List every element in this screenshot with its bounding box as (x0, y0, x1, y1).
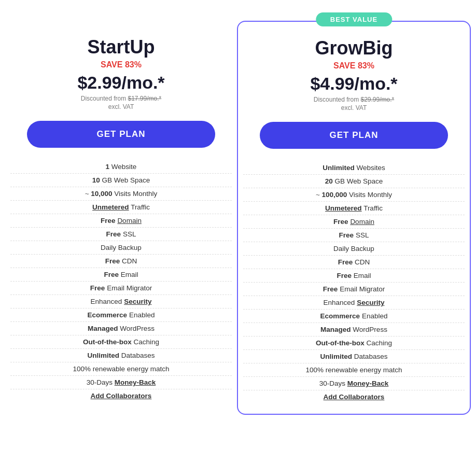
plans-container: StartUp SAVE 83% $2.99/mo.* Discounted f… (5, 10, 471, 415)
startup-price: $2.99/mo.* (77, 73, 164, 93)
startup-plan-card: StartUp SAVE 83% $2.99/mo.* Discounted f… (5, 26, 237, 415)
growbig-plan-name: GrowBig (315, 37, 393, 59)
list-item: Managed WordPress (10, 322, 232, 335)
list-item: Enhanced Security (243, 296, 465, 310)
startup-get-plan-button[interactable]: GET PLAN (27, 121, 215, 148)
list-item: Free Email (243, 269, 465, 283)
growbig-price: $4.99/mo.* (310, 74, 397, 94)
list-item: Out-of-the-box Caching (10, 335, 232, 349)
startup-original-price: $17.99/mo.* (128, 95, 162, 102)
list-item: Unlimited Websites (243, 161, 465, 175)
list-item: Unlimited Databases (243, 350, 465, 363)
startup-features-list: 1 Website 10 GB Web Space ~ 10,000 Visit… (10, 160, 232, 402)
list-item: Add Collaborators (10, 389, 232, 402)
growbig-save-badge: SAVE 83% (333, 61, 374, 71)
list-item: Free SSL (10, 228, 232, 241)
list-item: Free CDN (10, 255, 232, 268)
startup-plan-name: StartUp (87, 36, 155, 58)
best-value-badge: BEST VALUE (316, 12, 392, 26)
growbig-get-plan-button[interactable]: GET PLAN (260, 122, 448, 149)
list-item: Add Collaborators (243, 390, 465, 403)
list-item: 100% renewable energy match (10, 362, 232, 376)
list-item: Unmetered Traffic (10, 201, 232, 214)
list-item: Enhanced Security (10, 295, 232, 308)
list-item: Daily Backup (243, 242, 465, 256)
list-item: Daily Backup (10, 241, 232, 255)
list-item: Ecommerce Enabled (10, 308, 232, 322)
list-item: 20 GB Web Space (243, 175, 465, 188)
list-item: Unmetered Traffic (243, 202, 465, 215)
list-item: 30-Days Money-Back (10, 376, 232, 389)
list-item: ~ 100,000 Visits Monthly (243, 188, 465, 202)
startup-excl-vat: excl. VAT (108, 103, 134, 110)
list-item: 30-Days Money-Back (243, 377, 465, 390)
list-item: 1 Website (10, 160, 232, 174)
list-item: 10 GB Web Space (10, 174, 232, 187)
growbig-plan-card: BEST VALUE GrowBig SAVE 83% $4.99/mo.* D… (237, 21, 471, 415)
list-item: Ecommerce Enabled (243, 310, 465, 323)
list-item: ~ 10,000 Visits Monthly (10, 187, 232, 201)
list-item: 100% renewable energy match (243, 363, 465, 377)
list-item: Free Email (10, 268, 232, 282)
list-item: Free Domain (10, 214, 232, 228)
growbig-features-list: Unlimited Websites 20 GB Web Space ~ 100… (243, 161, 465, 403)
list-item: Free SSL (243, 229, 465, 242)
list-item: Free Email Migrator (243, 283, 465, 296)
list-item: Managed WordPress (243, 323, 465, 336)
growbig-original-price: $29.99/mo.* (361, 96, 395, 103)
list-item: Free Email Migrator (10, 282, 232, 295)
list-item: Free CDN (243, 256, 465, 269)
list-item: Out-of-the-box Caching (243, 336, 465, 350)
list-item: Unlimited Databases (10, 349, 232, 362)
list-item: Free Domain (243, 215, 465, 229)
startup-discounted-from: Discounted from $17.99/mo.* (81, 95, 161, 102)
growbig-discounted-from: Discounted from $29.99/mo.* (314, 96, 394, 103)
startup-save-badge: SAVE 83% (101, 60, 142, 69)
growbig-excl-vat: excl. VAT (341, 104, 367, 111)
